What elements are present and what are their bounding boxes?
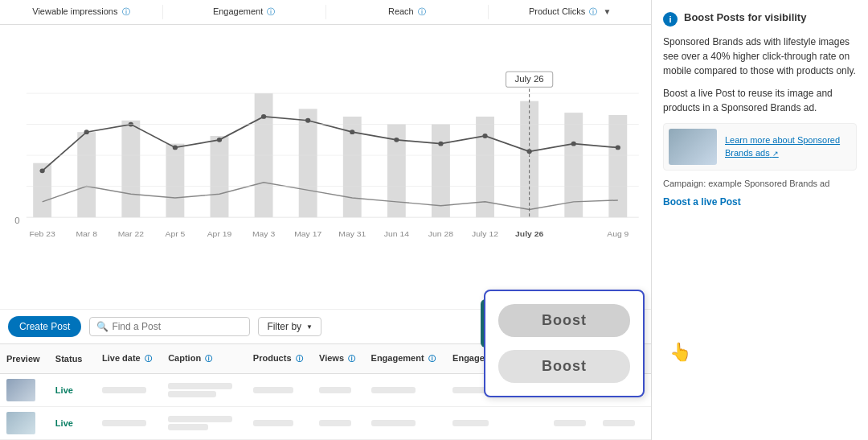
svg-text:July 12: July 12 <box>472 230 498 239</box>
right-panel: i Boost Posts for visibility Sponsored B… <box>651 0 868 440</box>
svg-rect-5 <box>211 136 229 217</box>
cell-views-1 <box>313 374 365 407</box>
info-icon-caption: ⓘ <box>205 355 212 363</box>
svg-text:May 31: May 31 <box>338 230 366 239</box>
info-icon-engagement: ⓘ <box>428 355 436 363</box>
chart-area: 0 <box>0 25 651 309</box>
svg-text:May 3: May 3 <box>252 230 276 239</box>
cell-eng-rate-2 <box>446 407 547 440</box>
svg-point-20 <box>261 114 266 119</box>
svg-rect-14 <box>608 115 627 217</box>
cell-caption-2 <box>162 407 247 440</box>
svg-point-23 <box>394 138 399 142</box>
metric-viewable-impressions: Viewable impressions ⓘ <box>0 5 163 19</box>
boost-live-post-link[interactable]: Boost a live Post <box>663 196 857 208</box>
svg-point-18 <box>173 146 178 150</box>
svg-text:Apr 5: Apr 5 <box>165 230 185 239</box>
search-box: 🔍 <box>89 317 250 336</box>
svg-text:0: 0 <box>14 216 19 225</box>
svg-text:July 26: July 26 <box>515 74 544 84</box>
cell-clicks-follow-2 <box>596 407 651 440</box>
svg-point-16 <box>84 130 89 134</box>
cell-live-date-2 <box>96 407 162 440</box>
search-icon: 🔍 <box>96 321 108 332</box>
external-link-icon: ↗ <box>772 150 779 158</box>
svg-point-19 <box>217 138 222 142</box>
cell-status-2: Live <box>49 407 96 440</box>
svg-point-22 <box>350 130 354 134</box>
svg-text:Aug 9: Aug 9 <box>607 230 629 239</box>
svg-point-15 <box>40 168 45 173</box>
ad-learn-more-link[interactable]: Learn more about Sponsored Brands ads ↗ <box>725 135 840 157</box>
svg-point-21 <box>305 118 310 123</box>
svg-rect-10 <box>432 125 450 218</box>
table-row: Live <box>0 407 651 440</box>
boost-description-1: Sponsored Brands ads with lifestyle imag… <box>663 35 857 78</box>
metric-product-clicks: Product Clicks ⓘ ▼ <box>489 5 651 19</box>
col-header-status: Status <box>49 344 96 374</box>
col-header-engagement: Engagement ⓘ <box>365 344 447 374</box>
svg-rect-3 <box>121 121 140 217</box>
cell-caption-1 <box>162 374 247 407</box>
cell-thumbnail-1 <box>0 374 49 407</box>
search-input[interactable] <box>112 321 243 332</box>
boost-button-1[interactable]: Boost <box>498 304 630 337</box>
info-icon-products: ⓘ <box>296 355 303 363</box>
campaign-label: Campaign: example Sponsored Brands ad <box>663 179 857 188</box>
svg-text:July 26: July 26 <box>515 230 544 239</box>
thumbnail-image-2 <box>6 412 35 434</box>
svg-rect-2 <box>77 132 96 217</box>
svg-rect-7 <box>299 109 317 217</box>
ad-preview-image <box>669 129 717 165</box>
cell-status-1: Live <box>49 374 96 407</box>
cell-engagement-1 <box>365 374 447 407</box>
boost-header: i Boost Posts for visibility <box>663 11 857 27</box>
boost-title: Boost Posts for visibility <box>684 11 806 23</box>
metrics-bar: Viewable impressions ⓘ Engagement ⓘ Reac… <box>0 0 651 25</box>
info-circle-icon: i <box>663 12 678 27</box>
metric-engagement: Engagement ⓘ <box>163 5 326 19</box>
svg-point-28 <box>616 146 620 150</box>
ad-preview: Learn more about Sponsored Brands ads ↗ <box>663 123 857 171</box>
boost-buttons-popup: Boost Boost <box>484 290 645 397</box>
cell-live-date-1 <box>96 374 162 407</box>
svg-point-25 <box>482 134 487 138</box>
create-post-button[interactable]: Create Post <box>8 316 81 337</box>
svg-text:Jun 14: Jun 14 <box>384 230 410 239</box>
filter-button[interactable]: Filter by ▼ <box>258 317 321 336</box>
svg-text:Mar 8: Mar 8 <box>76 230 97 239</box>
svg-text:Jun 28: Jun 28 <box>428 230 454 239</box>
cell-clicks-store-2 <box>547 407 596 440</box>
chart-svg: 0 <box>8 31 643 241</box>
boost-description-2: Boost a live Post to reuse its image and… <box>663 86 857 115</box>
col-header-products: Products ⓘ <box>247 344 313 374</box>
cell-products-2 <box>247 407 313 440</box>
col-header-preview: Preview <box>0 344 49 374</box>
cell-products-1 <box>247 374 313 407</box>
svg-text:Feb 23: Feb 23 <box>29 230 55 239</box>
svg-rect-4 <box>166 144 184 217</box>
boost-button-2[interactable]: Boost <box>498 350 630 383</box>
thumbnail-image-1 <box>6 379 35 401</box>
metric-reach: Reach ⓘ <box>326 5 489 19</box>
svg-text:May 17: May 17 <box>294 230 321 239</box>
cursor-pointer-icon: 👆 <box>669 342 691 363</box>
cell-thumbnail-2 <box>0 407 49 440</box>
svg-text:Mar 22: Mar 22 <box>118 230 145 239</box>
col-header-live-date: Live date ⓘ <box>96 344 162 374</box>
cell-views-2 <box>313 407 365 440</box>
info-icon-views: ⓘ <box>348 355 355 363</box>
cell-engagement-2 <box>365 407 447 440</box>
svg-point-24 <box>438 142 443 146</box>
info-icon-live-date: ⓘ <box>145 355 152 363</box>
svg-text:Apr 19: Apr 19 <box>207 230 232 239</box>
svg-point-27 <box>571 142 576 146</box>
col-header-caption: Caption ⓘ <box>162 344 247 374</box>
chevron-down-icon: ▼ <box>306 323 313 331</box>
col-header-views: Views ⓘ <box>313 344 365 374</box>
